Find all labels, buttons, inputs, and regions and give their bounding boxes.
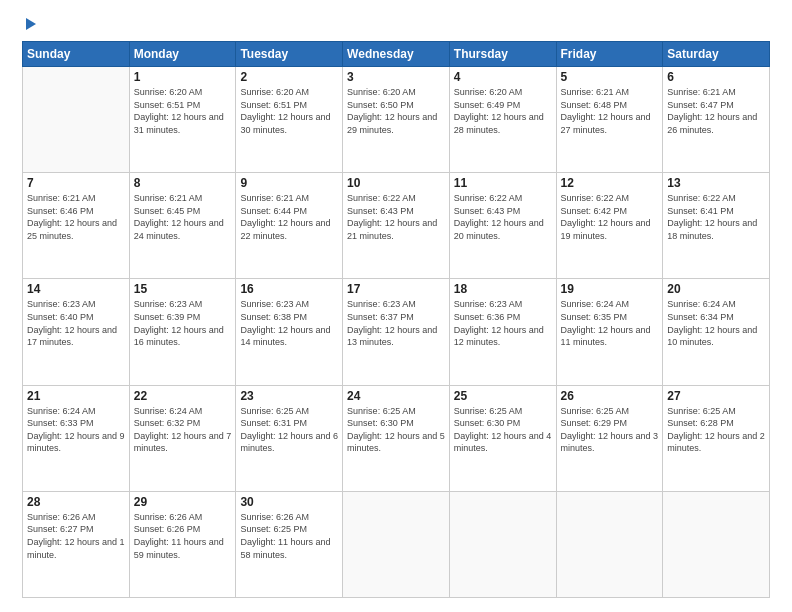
calendar-week-row: 7Sunrise: 6:21 AMSunset: 6:46 PMDaylight…	[23, 173, 770, 279]
calendar-cell: 5Sunrise: 6:21 AMSunset: 6:48 PMDaylight…	[556, 67, 663, 173]
calendar-day-header: Monday	[129, 42, 236, 67]
day-info: Sunrise: 6:22 AMSunset: 6:41 PMDaylight:…	[667, 192, 765, 242]
day-number: 18	[454, 282, 552, 296]
calendar-cell: 10Sunrise: 6:22 AMSunset: 6:43 PMDayligh…	[343, 173, 450, 279]
day-info: Sunrise: 6:24 AMSunset: 6:33 PMDaylight:…	[27, 405, 125, 455]
calendar-day-header: Tuesday	[236, 42, 343, 67]
calendar-cell: 8Sunrise: 6:21 AMSunset: 6:45 PMDaylight…	[129, 173, 236, 279]
day-info: Sunrise: 6:20 AMSunset: 6:49 PMDaylight:…	[454, 86, 552, 136]
calendar-cell: 24Sunrise: 6:25 AMSunset: 6:30 PMDayligh…	[343, 385, 450, 491]
day-info: Sunrise: 6:23 AMSunset: 6:37 PMDaylight:…	[347, 298, 445, 348]
calendar-cell	[449, 491, 556, 597]
day-number: 12	[561, 176, 659, 190]
day-info: Sunrise: 6:23 AMSunset: 6:40 PMDaylight:…	[27, 298, 125, 348]
day-number: 24	[347, 389, 445, 403]
day-info: Sunrise: 6:22 AMSunset: 6:43 PMDaylight:…	[347, 192, 445, 242]
calendar-week-row: 14Sunrise: 6:23 AMSunset: 6:40 PMDayligh…	[23, 279, 770, 385]
calendar-cell	[663, 491, 770, 597]
calendar-cell: 4Sunrise: 6:20 AMSunset: 6:49 PMDaylight…	[449, 67, 556, 173]
day-info: Sunrise: 6:21 AMSunset: 6:48 PMDaylight:…	[561, 86, 659, 136]
day-info: Sunrise: 6:25 AMSunset: 6:28 PMDaylight:…	[667, 405, 765, 455]
day-number: 16	[240, 282, 338, 296]
day-number: 1	[134, 70, 232, 84]
day-info: Sunrise: 6:20 AMSunset: 6:51 PMDaylight:…	[240, 86, 338, 136]
calendar-cell: 7Sunrise: 6:21 AMSunset: 6:46 PMDaylight…	[23, 173, 130, 279]
day-info: Sunrise: 6:21 AMSunset: 6:46 PMDaylight:…	[27, 192, 125, 242]
day-info: Sunrise: 6:25 AMSunset: 6:30 PMDaylight:…	[454, 405, 552, 455]
day-info: Sunrise: 6:21 AMSunset: 6:47 PMDaylight:…	[667, 86, 765, 136]
day-number: 14	[27, 282, 125, 296]
day-info: Sunrise: 6:26 AMSunset: 6:25 PMDaylight:…	[240, 511, 338, 561]
day-number: 26	[561, 389, 659, 403]
calendar-cell: 27Sunrise: 6:25 AMSunset: 6:28 PMDayligh…	[663, 385, 770, 491]
day-info: Sunrise: 6:21 AMSunset: 6:45 PMDaylight:…	[134, 192, 232, 242]
calendar-week-row: 1Sunrise: 6:20 AMSunset: 6:51 PMDaylight…	[23, 67, 770, 173]
calendar-cell: 25Sunrise: 6:25 AMSunset: 6:30 PMDayligh…	[449, 385, 556, 491]
day-info: Sunrise: 6:22 AMSunset: 6:43 PMDaylight:…	[454, 192, 552, 242]
logo	[22, 18, 36, 31]
calendar-cell	[343, 491, 450, 597]
calendar-cell: 18Sunrise: 6:23 AMSunset: 6:36 PMDayligh…	[449, 279, 556, 385]
day-info: Sunrise: 6:26 AMSunset: 6:27 PMDaylight:…	[27, 511, 125, 561]
calendar-cell: 3Sunrise: 6:20 AMSunset: 6:50 PMDaylight…	[343, 67, 450, 173]
calendar-day-header: Thursday	[449, 42, 556, 67]
calendar-day-header: Saturday	[663, 42, 770, 67]
calendar-cell: 21Sunrise: 6:24 AMSunset: 6:33 PMDayligh…	[23, 385, 130, 491]
day-number: 10	[347, 176, 445, 190]
calendar-day-header: Friday	[556, 42, 663, 67]
day-info: Sunrise: 6:24 AMSunset: 6:34 PMDaylight:…	[667, 298, 765, 348]
calendar-cell	[556, 491, 663, 597]
day-info: Sunrise: 6:20 AMSunset: 6:51 PMDaylight:…	[134, 86, 232, 136]
calendar-week-row: 28Sunrise: 6:26 AMSunset: 6:27 PMDayligh…	[23, 491, 770, 597]
day-number: 13	[667, 176, 765, 190]
calendar-day-header: Sunday	[23, 42, 130, 67]
calendar-cell: 12Sunrise: 6:22 AMSunset: 6:42 PMDayligh…	[556, 173, 663, 279]
day-number: 19	[561, 282, 659, 296]
calendar-cell: 15Sunrise: 6:23 AMSunset: 6:39 PMDayligh…	[129, 279, 236, 385]
calendar-cell: 6Sunrise: 6:21 AMSunset: 6:47 PMDaylight…	[663, 67, 770, 173]
calendar-day-header: Wednesday	[343, 42, 450, 67]
day-number: 29	[134, 495, 232, 509]
calendar-cell: 19Sunrise: 6:24 AMSunset: 6:35 PMDayligh…	[556, 279, 663, 385]
day-number: 25	[454, 389, 552, 403]
calendar-cell: 29Sunrise: 6:26 AMSunset: 6:26 PMDayligh…	[129, 491, 236, 597]
calendar-cell: 28Sunrise: 6:26 AMSunset: 6:27 PMDayligh…	[23, 491, 130, 597]
day-number: 11	[454, 176, 552, 190]
day-number: 8	[134, 176, 232, 190]
calendar-cell: 2Sunrise: 6:20 AMSunset: 6:51 PMDaylight…	[236, 67, 343, 173]
calendar-cell: 16Sunrise: 6:23 AMSunset: 6:38 PMDayligh…	[236, 279, 343, 385]
day-number: 2	[240, 70, 338, 84]
calendar-cell: 14Sunrise: 6:23 AMSunset: 6:40 PMDayligh…	[23, 279, 130, 385]
day-number: 30	[240, 495, 338, 509]
day-number: 15	[134, 282, 232, 296]
day-info: Sunrise: 6:22 AMSunset: 6:42 PMDaylight:…	[561, 192, 659, 242]
day-number: 20	[667, 282, 765, 296]
header	[22, 18, 770, 31]
day-info: Sunrise: 6:25 AMSunset: 6:30 PMDaylight:…	[347, 405, 445, 455]
day-number: 22	[134, 389, 232, 403]
calendar-cell: 1Sunrise: 6:20 AMSunset: 6:51 PMDaylight…	[129, 67, 236, 173]
day-info: Sunrise: 6:23 AMSunset: 6:39 PMDaylight:…	[134, 298, 232, 348]
day-info: Sunrise: 6:26 AMSunset: 6:26 PMDaylight:…	[134, 511, 232, 561]
day-number: 27	[667, 389, 765, 403]
logo-triangle-icon	[26, 18, 36, 30]
calendar-cell: 23Sunrise: 6:25 AMSunset: 6:31 PMDayligh…	[236, 385, 343, 491]
calendar-header-row: SundayMondayTuesdayWednesdayThursdayFrid…	[23, 42, 770, 67]
calendar-week-row: 21Sunrise: 6:24 AMSunset: 6:33 PMDayligh…	[23, 385, 770, 491]
day-info: Sunrise: 6:25 AMSunset: 6:29 PMDaylight:…	[561, 405, 659, 455]
day-info: Sunrise: 6:21 AMSunset: 6:44 PMDaylight:…	[240, 192, 338, 242]
logo-blue	[22, 18, 36, 31]
day-number: 23	[240, 389, 338, 403]
day-number: 17	[347, 282, 445, 296]
day-info: Sunrise: 6:20 AMSunset: 6:50 PMDaylight:…	[347, 86, 445, 136]
calendar-cell: 9Sunrise: 6:21 AMSunset: 6:44 PMDaylight…	[236, 173, 343, 279]
calendar-cell: 20Sunrise: 6:24 AMSunset: 6:34 PMDayligh…	[663, 279, 770, 385]
day-info: Sunrise: 6:24 AMSunset: 6:35 PMDaylight:…	[561, 298, 659, 348]
day-info: Sunrise: 6:25 AMSunset: 6:31 PMDaylight:…	[240, 405, 338, 455]
day-number: 4	[454, 70, 552, 84]
calendar-cell: 26Sunrise: 6:25 AMSunset: 6:29 PMDayligh…	[556, 385, 663, 491]
calendar-cell: 30Sunrise: 6:26 AMSunset: 6:25 PMDayligh…	[236, 491, 343, 597]
day-info: Sunrise: 6:23 AMSunset: 6:36 PMDaylight:…	[454, 298, 552, 348]
calendar-cell: 11Sunrise: 6:22 AMSunset: 6:43 PMDayligh…	[449, 173, 556, 279]
calendar-table: SundayMondayTuesdayWednesdayThursdayFrid…	[22, 41, 770, 598]
